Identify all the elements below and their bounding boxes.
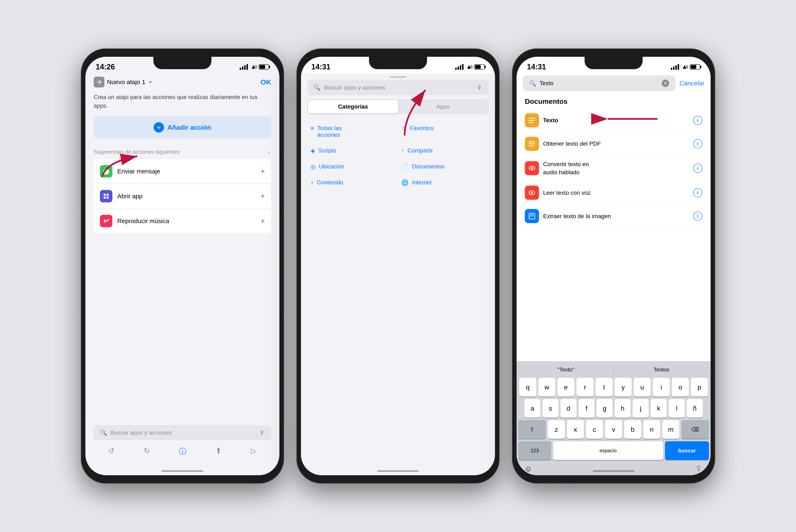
cancel-button-3[interactable]: Cancelar [680, 80, 704, 87]
key-123[interactable]: 123 [518, 441, 551, 460]
key-q[interactable]: q [519, 378, 536, 397]
tab-icon-4[interactable]: ▷ [251, 446, 257, 457]
category-scripts[interactable]: ◈ Scripts [307, 143, 398, 159]
key-shift[interactable]: ⇧ [518, 420, 546, 439]
shortcut-icon [94, 77, 105, 88]
suggestion-icon-1 [100, 190, 112, 203]
clear-button-3[interactable]: ✕ [662, 79, 669, 87]
phone-1: 14:26 ▲ 69 [81, 49, 284, 483]
add-plus-icon: + [154, 122, 164, 133]
action-info-3[interactable]: i [693, 188, 702, 197]
category-content[interactable]: ♪ Contenido [307, 175, 398, 191]
phone-3: 14:31 ▲ 68 [512, 49, 715, 483]
key-n-tilde[interactable]: ñ [687, 399, 703, 418]
key-p[interactable]: p [691, 378, 708, 397]
category-location[interactable]: ◎ Ubicación [307, 159, 398, 175]
action-item-1[interactable]: Obtener texto del PDF i [517, 132, 710, 156]
home-indicator-2 [377, 470, 419, 472]
key-h[interactable]: h [615, 399, 631, 418]
segment-apps[interactable]: Apps [398, 100, 488, 113]
search-bar-bottom[interactable]: 🔍 Buscar apps y acciones 🎙 [94, 425, 271, 440]
action-text-1: Obtener texto del PDF [543, 140, 689, 148]
action-info-1[interactable]: i [693, 139, 702, 148]
suggestion-text-0: Enviar mensaje [117, 168, 261, 175]
phone-3-notch [585, 57, 643, 69]
key-y[interactable]: y [615, 378, 632, 397]
tab-icon-0[interactable]: ↺ [108, 446, 114, 457]
action-item-0[interactable]: Texto i [517, 109, 710, 132]
suggestion-add-0[interactable]: + [261, 167, 265, 176]
key-a[interactable]: a [524, 399, 540, 418]
category-favorites[interactable]: ☆ Favoritos [398, 120, 489, 143]
key-g[interactable]: g [597, 399, 613, 418]
action-info-4[interactable]: i [693, 211, 702, 221]
key-o[interactable]: o [672, 378, 689, 397]
status-time-1: 14:26 [96, 62, 115, 71]
suggestion-add-2[interactable]: + [261, 217, 265, 225]
key-t[interactable]: t [595, 378, 613, 397]
tab-icon-1[interactable]: ↻ [144, 446, 150, 457]
key-f[interactable]: f [578, 399, 594, 418]
action-text-3: Leer texto con voz [543, 189, 689, 197]
key-space[interactable]: espacio [553, 441, 663, 460]
key-d[interactable]: d [560, 399, 576, 418]
category-scripts-label: Scripts [318, 147, 336, 154]
add-action-button[interactable]: + Añadir acción [94, 116, 271, 138]
suggestion-item-2[interactable]: Reproducir música + [94, 209, 271, 233]
suggestions-header: Sugerencias de acciones siguientes ⌄ [86, 147, 279, 159]
category-all-icon: ≡ [311, 125, 314, 132]
key-v[interactable]: v [605, 420, 622, 439]
key-k[interactable]: k [651, 399, 667, 418]
key-u[interactable]: u [634, 378, 651, 397]
emoji-icon[interactable]: ☺ [524, 464, 532, 473]
suggestions-collapse-icon[interactable]: ⌄ [266, 149, 271, 155]
tab-icon-2[interactable]: ⓘ [179, 446, 186, 457]
dictation-icon[interactable]: 🎙 [695, 464, 703, 473]
key-j[interactable]: j [633, 399, 649, 418]
keyboard-row-4: 123 espacio buscar [518, 441, 709, 460]
category-internet[interactable]: 🌐 Internet [398, 175, 489, 191]
action-info-2[interactable]: i [693, 164, 702, 173]
suggestion-item-0[interactable]: Enviar mensaje + [94, 159, 271, 183]
tab-icon-3[interactable]: ⬆ [215, 446, 222, 457]
key-n[interactable]: n [643, 420, 660, 439]
key-l[interactable]: l [669, 399, 685, 418]
chevron-icon: ▾ [149, 79, 152, 86]
key-x[interactable]: x [567, 420, 584, 439]
search-input-3[interactable]: 🔍 Texto ✕ [523, 75, 675, 91]
category-share[interactable]: ↑ Compartir [398, 143, 489, 159]
key-z[interactable]: z [548, 420, 565, 439]
category-internet-icon: 🌐 [401, 179, 409, 186]
category-all[interactable]: ≡ Todas lasacciones [307, 120, 398, 143]
key-s[interactable]: s [542, 399, 558, 418]
key-r[interactable]: r [576, 378, 593, 397]
search-placeholder-bottom: Buscar apps y acciones [110, 430, 256, 436]
autocomplete-1[interactable]: Textos [614, 364, 709, 375]
key-b[interactable]: b [624, 420, 641, 439]
key-e[interactable]: e [557, 378, 574, 397]
key-delete[interactable]: ⌫ [681, 420, 709, 439]
autocomplete-0[interactable]: "Texto" [518, 364, 614, 375]
key-m[interactable]: m [662, 420, 679, 439]
search-bar-top-2[interactable]: 🔍 Buscar apps y acciones 🎙 [307, 80, 489, 95]
key-c[interactable]: c [586, 420, 603, 439]
segment-categories[interactable]: Categorías [308, 100, 398, 113]
action-info-0[interactable]: i [693, 116, 702, 125]
suggestion-item-1[interactable]: Abrir app + [94, 184, 271, 208]
category-documents[interactable]: 📄 Documentos [398, 159, 489, 175]
signal-icon-1 [240, 64, 248, 70]
action-item-2[interactable]: Convertir texto enaudio hablado i [517, 156, 710, 181]
action-item-3[interactable]: Leer texto con voz i [517, 181, 710, 205]
category-documents-icon: 📄 [401, 163, 409, 170]
keyboard-row-1: q w e r t y u i o p [518, 378, 709, 397]
ok-button[interactable]: OK [261, 78, 271, 86]
key-i[interactable]: i [653, 378, 670, 397]
action-item-4[interactable]: Extraer texto de la imagen i [517, 205, 710, 228]
search-with-cancel: 🔍 Texto ✕ Cancelar [517, 73, 710, 95]
home-indicator-3 [593, 470, 634, 472]
key-w[interactable]: w [538, 378, 555, 397]
battery-text-1: 69 [253, 65, 257, 70]
category-favorites-label: Favoritos [410, 125, 434, 132]
key-search[interactable]: buscar [665, 441, 709, 460]
suggestion-add-1[interactable]: + [261, 192, 265, 201]
